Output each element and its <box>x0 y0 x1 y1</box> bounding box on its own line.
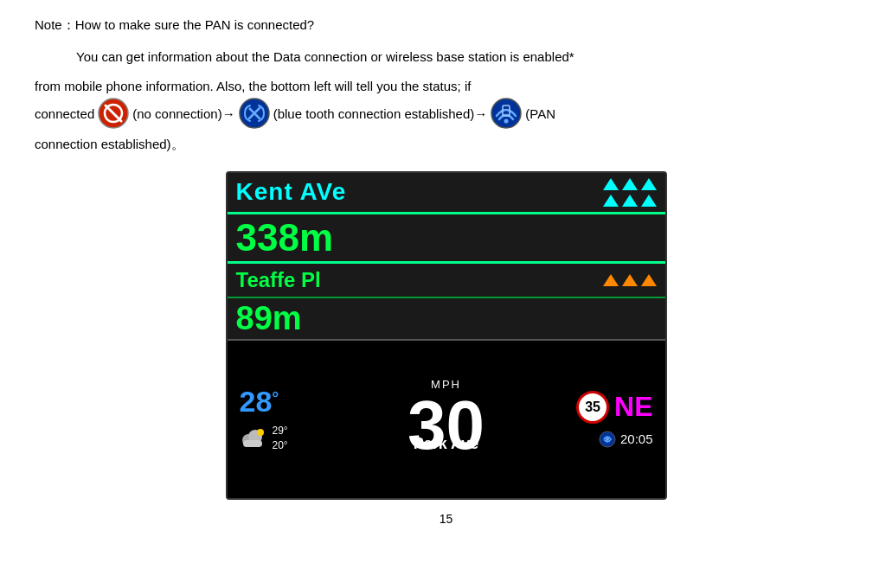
para2-bt-label: (blue tooth connection established)→ <box>273 99 488 128</box>
svg-point-10 <box>257 429 264 436</box>
nav-direction: NE <box>614 391 652 423</box>
arrow-solid-2 <box>622 274 638 286</box>
page-number: 15 <box>35 512 857 526</box>
weather-cloud-icon <box>240 426 267 451</box>
arrow-solid-1 <box>603 274 619 286</box>
nav-dist-2: 89m <box>236 300 302 337</box>
nav-street-bottom: Park Ave <box>414 435 479 453</box>
nav-weather-row: 29° 20° <box>240 424 288 453</box>
arrow-solid-3 <box>641 274 657 286</box>
para2-no-conn-label: (no connection)→ <box>132 99 234 128</box>
arrow-up-outline-1 <box>603 178 619 190</box>
paragraph-1: You can get information about the Data c… <box>35 46 857 68</box>
nav-arrows-top <box>603 178 657 207</box>
para2-pan-label: (PAN <box>525 99 555 128</box>
para2-connected-label: connected <box>35 99 94 128</box>
nav-screen: Kent AVe 338m <box>226 171 667 500</box>
svg-point-4 <box>491 99 521 128</box>
svg-rect-9 <box>243 440 262 447</box>
arrow-up-outline-5 <box>622 195 638 207</box>
nav-street-1: Kent AVe <box>236 178 347 206</box>
nav-arrows-2 <box>603 274 657 286</box>
nav-image-container: Kent AVe 338m <box>35 171 857 500</box>
nav-time: 20:05 <box>620 431 653 446</box>
speed-limit-circle: 35 <box>576 391 609 424</box>
para2-last-line: connection established)。 <box>35 133 857 156</box>
bluetooth-icon <box>238 97 271 130</box>
svg-point-12 <box>606 438 609 441</box>
nav-dist-1: 338m <box>236 216 334 259</box>
nav-time-row: 20:05 <box>599 431 653 448</box>
nav-row-top: Kent AVe <box>228 173 665 214</box>
arrow-up-outline-3 <box>641 178 657 190</box>
arrow-up-outline-2 <box>622 178 638 190</box>
arrow-up-outline-6 <box>641 195 657 207</box>
nav-center-col: MPH 30 Park Ave <box>407 378 485 460</box>
para2-part1: from mobile phone information. Also, the… <box>35 79 471 93</box>
nav-temps: 29° 20° <box>273 424 288 453</box>
pan-icon <box>490 97 523 130</box>
nav-bottom-panel: 28° 29° 20° <box>228 341 665 498</box>
nav-row-dist2: 89m <box>228 298 665 341</box>
note-title: Note：How to make sure the PAN is connect… <box>35 17 857 34</box>
nav-row-2: Teaffe Pl <box>228 264 665 298</box>
nav-street-2: Teaffe Pl <box>236 268 321 292</box>
page-content: Note：How to make sure the PAN is connect… <box>35 17 857 526</box>
svg-point-5 <box>504 119 509 124</box>
arrow-up-outline-4 <box>603 195 619 207</box>
nav-row-dist1: 338m <box>228 214 665 264</box>
no-connection-icon <box>97 97 130 130</box>
nav-right-col: 35 NE 20:05 <box>576 391 652 448</box>
bluetooth-time-icon <box>599 431 616 448</box>
nav-left-col: 28° 29° 20° <box>240 385 288 453</box>
paragraph-2: from mobile phone information. Also, the… <box>35 75 857 131</box>
nav-speed-direction: 35 NE <box>576 391 652 424</box>
nav-temp: 28° <box>240 385 279 419</box>
